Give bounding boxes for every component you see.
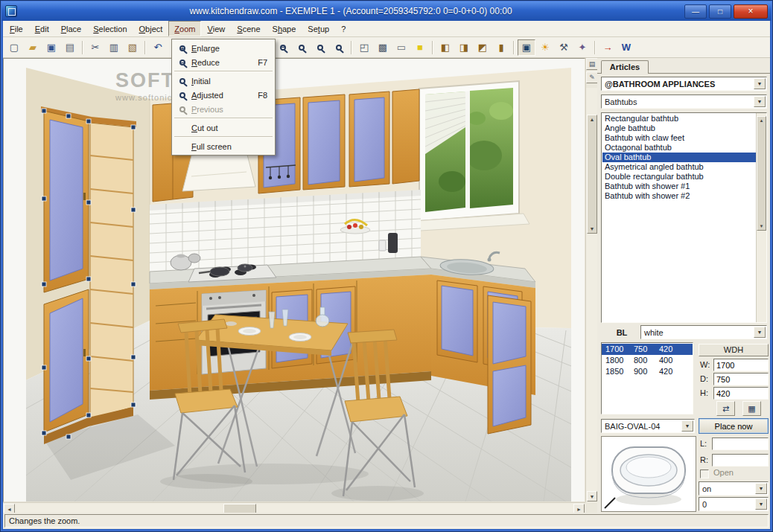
dimension-grid-button[interactable]: ▦ bbox=[742, 401, 761, 416]
menu-object[interactable]: Object bbox=[133, 21, 169, 36]
base-cabinet-button[interactable]: ◨ bbox=[455, 39, 473, 56]
cut-button[interactable]: ✂ bbox=[86, 39, 104, 56]
selection-rect-button[interactable]: ▭ bbox=[392, 39, 410, 56]
finish-select[interactable]: white ▼ bbox=[640, 325, 767, 339]
article-item[interactable]: Angle bathtub bbox=[602, 124, 756, 133]
corner-cabinet-button[interactable]: ◩ bbox=[474, 39, 492, 56]
title-bar[interactable]: www.kitchendraw.com - EXEMPLE 1 - (Accou… bbox=[1, 1, 772, 21]
paste-button[interactable]: ▧ bbox=[124, 39, 141, 56]
copy-button[interactable]: ▥ bbox=[105, 39, 123, 56]
sku-select[interactable]: BAIG-OVAL-04 ▼ bbox=[601, 419, 695, 433]
save-button[interactable]: ▣ bbox=[42, 39, 60, 56]
zoom-menu-item-reduce[interactable]: −ReduceF7 bbox=[174, 55, 273, 69]
category-select[interactable]: @BATHROOM APPLIANCES ▼ bbox=[601, 77, 767, 91]
scroll-up-arrow-icon[interactable]: ▲ bbox=[590, 117, 595, 122]
word-export-button[interactable]: W bbox=[617, 39, 635, 56]
app-icon[interactable] bbox=[5, 5, 17, 17]
close-button[interactable]: × bbox=[734, 4, 768, 19]
depth-input[interactable] bbox=[713, 373, 769, 385]
zoom-initial-button[interactable] bbox=[293, 39, 311, 56]
handing-select[interactable]: on ▼ bbox=[699, 481, 769, 496]
menu-view[interactable]: View bbox=[201, 21, 231, 36]
wdh-button[interactable]: WDH bbox=[699, 344, 769, 356]
height-input[interactable] bbox=[713, 387, 769, 400]
canvas-vertical-scrollbar[interactable]: ▤✎ ▲ ▼ ▼ bbox=[585, 58, 597, 502]
vertical-scroll-thumb[interactable]: ▲ ▼ bbox=[587, 115, 597, 234]
tab-articles[interactable]: Articles bbox=[601, 60, 649, 74]
undo-button[interactable]: ↶ bbox=[149, 39, 167, 56]
highlight-button[interactable]: ■ bbox=[411, 39, 429, 56]
minimize-button[interactable]: — bbox=[684, 4, 707, 19]
menu-file[interactable]: File bbox=[4, 21, 29, 36]
place-now-button[interactable]: Place now bbox=[699, 418, 769, 434]
zoom-adjusted-button[interactable] bbox=[311, 39, 329, 56]
export-button[interactable]: → bbox=[599, 39, 617, 56]
left-gap-input[interactable] bbox=[712, 438, 769, 450]
scroll-down-button[interactable]: ▼ bbox=[587, 491, 597, 501]
size-row[interactable]: 1700750420 bbox=[602, 344, 693, 355]
design-canvas[interactable]: SOFTONIC www.softonic.com bbox=[3, 58, 585, 502]
scroll-up-arrow-icon[interactable]: ▲ bbox=[760, 118, 764, 123]
finish-dropdown-arrow-icon[interactable]: ▼ bbox=[754, 327, 766, 338]
lighting-button[interactable]: ☀ bbox=[536, 39, 554, 56]
open-file-button[interactable]: ▰ bbox=[24, 39, 42, 56]
category-dropdown-arrow-icon[interactable]: ▼ bbox=[754, 78, 766, 89]
article-item[interactable]: Bathtub with shower #1 bbox=[602, 182, 756, 191]
zoom-menu-item-full-screen[interactable]: Full screen bbox=[174, 139, 273, 153]
size-list[interactable]: 170075042018008004001850900420 bbox=[601, 342, 693, 414]
maximize-button[interactable]: □ bbox=[709, 4, 731, 19]
size-row[interactable]: 1850900420 bbox=[602, 366, 693, 377]
angle-select[interactable]: 0 ▼ bbox=[699, 497, 769, 511]
zoom-menu-item-enlarge[interactable]: +Enlarge bbox=[174, 41, 273, 55]
size-row[interactable]: 1800800400 bbox=[602, 355, 693, 366]
menu-shape[interactable]: Shape bbox=[267, 21, 302, 36]
article-item[interactable]: Oval bathtub bbox=[602, 153, 756, 162]
tall-cabinet-button[interactable]: ▮ bbox=[492, 39, 510, 56]
scroll-down-arrow-icon[interactable]: ▼ bbox=[590, 226, 595, 231]
open-checkbox[interactable] bbox=[700, 469, 709, 478]
right-gap-input[interactable] bbox=[712, 454, 769, 467]
article-preview bbox=[601, 436, 696, 512]
zoom-reduce-button[interactable]: − bbox=[274, 39, 292, 56]
angle-dropdown-arrow-icon[interactable]: ▼ bbox=[755, 499, 767, 510]
tools-button[interactable]: ⚒ bbox=[555, 39, 573, 56]
article-list-scrollbar[interactable]: ▲ ▼ bbox=[756, 113, 766, 322]
photo-render-button[interactable]: ▣ bbox=[518, 39, 535, 56]
zoom-menu-item-initial[interactable]: Initial bbox=[174, 74, 273, 88]
menu-place[interactable]: Place bbox=[55, 21, 88, 36]
article-list[interactable]: Rectangular bathtubAngle bathtubBathtub … bbox=[601, 112, 767, 323]
article-item[interactable]: Octagonal bathtub bbox=[602, 143, 756, 153]
menu-setup[interactable]: Setup bbox=[302, 21, 335, 36]
article-item[interactable]: Double rectangular bathtub bbox=[602, 172, 756, 182]
article-item[interactable]: Asymetrical angled bathtub bbox=[602, 162, 756, 172]
article-item[interactable]: Rectangular bathtub bbox=[602, 114, 756, 124]
width-input[interactable] bbox=[713, 359, 769, 371]
subcategory-select[interactable]: Bathtubs ▼ bbox=[601, 94, 767, 109]
menu-selection[interactable]: Selection bbox=[87, 21, 133, 36]
menu-zoom[interactable]: Zoom bbox=[168, 21, 201, 36]
menu-help[interactable]: ? bbox=[335, 21, 351, 36]
article-list-scroll-thumb[interactable]: ▲ ▼ bbox=[757, 116, 766, 231]
subcategory-dropdown-arrow-icon[interactable]: ▼ bbox=[754, 96, 766, 107]
zoom-menu-item-cut-out[interactable]: Cut out bbox=[174, 121, 273, 135]
articles-view-button[interactable]: ▤ bbox=[586, 58, 598, 70]
catalogs-view-button[interactable]: ✎ bbox=[586, 71, 598, 83]
elevation-view-button[interactable]: ◰ bbox=[355, 39, 373, 56]
sku-dropdown-arrow-icon[interactable]: ▼ bbox=[681, 420, 693, 432]
handing-value: on bbox=[699, 482, 754, 495]
catalog-search-button[interactable]: ▩ bbox=[374, 39, 392, 56]
wall-cabinet-button[interactable]: ◧ bbox=[436, 39, 454, 56]
new-document-button[interactable]: ▢ bbox=[5, 39, 23, 56]
print-button[interactable]: ▤ bbox=[61, 39, 79, 56]
swap-dimensions-button[interactable]: ⇄ bbox=[716, 401, 735, 416]
menu-scene[interactable]: Scene bbox=[231, 21, 266, 36]
accessories-button[interactable]: ✦ bbox=[573, 39, 591, 56]
menu-edit[interactable]: Edit bbox=[29, 21, 55, 36]
scroll-down-arrow-icon[interactable]: ▼ bbox=[760, 224, 764, 228]
vertical-scroll-track[interactable]: ▲ ▼ ▼ bbox=[586, 88, 598, 502]
zoom-menu-item-adjusted[interactable]: AdjustedF8 bbox=[174, 88, 273, 102]
zoom-previous-button[interactable] bbox=[330, 39, 348, 56]
article-item[interactable]: Bathtub with claw feet bbox=[602, 133, 756, 143]
article-item[interactable]: Bathtub with shower #2 bbox=[602, 191, 756, 201]
handing-dropdown-arrow-icon[interactable]: ▼ bbox=[755, 483, 767, 494]
